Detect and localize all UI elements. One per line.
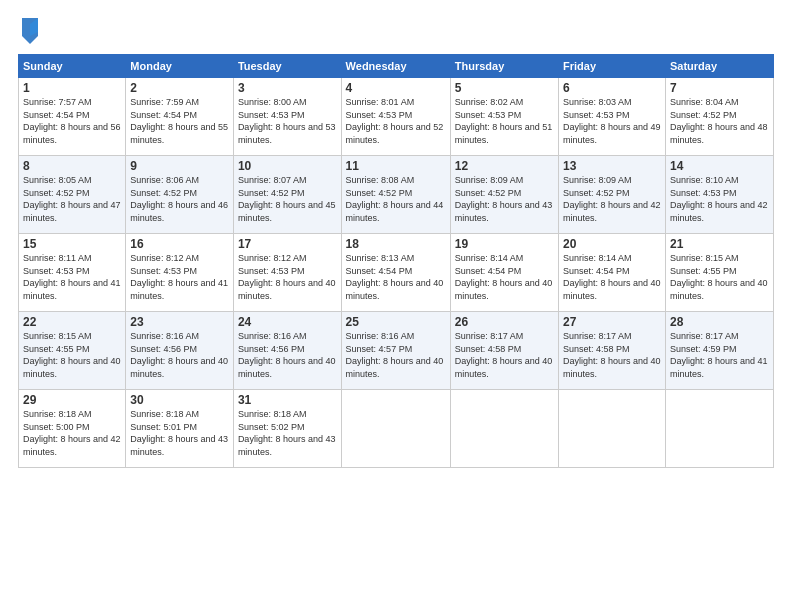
day-number: 11 <box>346 159 446 173</box>
day-number: 24 <box>238 315 337 329</box>
day-info: Sunrise: 8:12 AMSunset: 4:53 PMDaylight:… <box>238 252 337 302</box>
day-number: 9 <box>130 159 229 173</box>
day-number: 12 <box>455 159 554 173</box>
logo-icon <box>20 16 40 44</box>
calendar-page: SundayMondayTuesdayWednesdayThursdayFrid… <box>0 0 792 612</box>
calendar-cell: 14Sunrise: 8:10 AMSunset: 4:53 PMDayligh… <box>665 156 773 234</box>
calendar-cell: 30Sunrise: 8:18 AMSunset: 5:01 PMDayligh… <box>126 390 234 468</box>
day-number: 14 <box>670 159 769 173</box>
day-number: 29 <box>23 393 121 407</box>
calendar-cell: 4Sunrise: 8:01 AMSunset: 4:53 PMDaylight… <box>341 78 450 156</box>
day-info: Sunrise: 8:16 AMSunset: 4:56 PMDaylight:… <box>238 330 337 380</box>
day-info: Sunrise: 8:14 AMSunset: 4:54 PMDaylight:… <box>455 252 554 302</box>
day-number: 18 <box>346 237 446 251</box>
day-info: Sunrise: 8:06 AMSunset: 4:52 PMDaylight:… <box>130 174 229 224</box>
calendar-cell: 7Sunrise: 8:04 AMSunset: 4:52 PMDaylight… <box>665 78 773 156</box>
calendar-cell: 28Sunrise: 8:17 AMSunset: 4:59 PMDayligh… <box>665 312 773 390</box>
calendar-cell: 16Sunrise: 8:12 AMSunset: 4:53 PMDayligh… <box>126 234 234 312</box>
day-info: Sunrise: 8:10 AMSunset: 4:53 PMDaylight:… <box>670 174 769 224</box>
day-info: Sunrise: 8:17 AMSunset: 4:58 PMDaylight:… <box>563 330 661 380</box>
calendar-week-row: 8Sunrise: 8:05 AMSunset: 4:52 PMDaylight… <box>19 156 774 234</box>
calendar-cell: 24Sunrise: 8:16 AMSunset: 4:56 PMDayligh… <box>233 312 341 390</box>
day-number: 20 <box>563 237 661 251</box>
day-info: Sunrise: 8:15 AMSunset: 4:55 PMDaylight:… <box>670 252 769 302</box>
day-info: Sunrise: 8:14 AMSunset: 4:54 PMDaylight:… <box>563 252 661 302</box>
day-info: Sunrise: 8:08 AMSunset: 4:52 PMDaylight:… <box>346 174 446 224</box>
day-number: 3 <box>238 81 337 95</box>
day-number: 7 <box>670 81 769 95</box>
day-number: 16 <box>130 237 229 251</box>
day-number: 2 <box>130 81 229 95</box>
day-number: 13 <box>563 159 661 173</box>
calendar-cell: 27Sunrise: 8:17 AMSunset: 4:58 PMDayligh… <box>559 312 666 390</box>
calendar-cell <box>559 390 666 468</box>
day-number: 8 <box>23 159 121 173</box>
day-info: Sunrise: 8:07 AMSunset: 4:52 PMDaylight:… <box>238 174 337 224</box>
day-number: 26 <box>455 315 554 329</box>
calendar-cell: 29Sunrise: 8:18 AMSunset: 5:00 PMDayligh… <box>19 390 126 468</box>
calendar-cell: 10Sunrise: 8:07 AMSunset: 4:52 PMDayligh… <box>233 156 341 234</box>
weekday-header-row: SundayMondayTuesdayWednesdayThursdayFrid… <box>19 55 774 78</box>
day-info: Sunrise: 8:17 AMSunset: 4:58 PMDaylight:… <box>455 330 554 380</box>
weekday-header: Thursday <box>450 55 558 78</box>
day-info: Sunrise: 8:16 AMSunset: 4:56 PMDaylight:… <box>130 330 229 380</box>
calendar-week-row: 22Sunrise: 8:15 AMSunset: 4:55 PMDayligh… <box>19 312 774 390</box>
weekday-header: Wednesday <box>341 55 450 78</box>
calendar-cell: 9Sunrise: 8:06 AMSunset: 4:52 PMDaylight… <box>126 156 234 234</box>
weekday-header: Saturday <box>665 55 773 78</box>
day-info: Sunrise: 7:57 AMSunset: 4:54 PMDaylight:… <box>23 96 121 146</box>
calendar-week-row: 15Sunrise: 8:11 AMSunset: 4:53 PMDayligh… <box>19 234 774 312</box>
day-info: Sunrise: 8:18 AMSunset: 5:00 PMDaylight:… <box>23 408 121 458</box>
day-info: Sunrise: 8:15 AMSunset: 4:55 PMDaylight:… <box>23 330 121 380</box>
calendar-cell <box>450 390 558 468</box>
calendar-cell: 8Sunrise: 8:05 AMSunset: 4:52 PMDaylight… <box>19 156 126 234</box>
day-number: 22 <box>23 315 121 329</box>
day-info: Sunrise: 8:02 AMSunset: 4:53 PMDaylight:… <box>455 96 554 146</box>
calendar-cell: 5Sunrise: 8:02 AMSunset: 4:53 PMDaylight… <box>450 78 558 156</box>
weekday-header: Tuesday <box>233 55 341 78</box>
calendar-cell: 25Sunrise: 8:16 AMSunset: 4:57 PMDayligh… <box>341 312 450 390</box>
day-number: 10 <box>238 159 337 173</box>
calendar-cell: 31Sunrise: 8:18 AMSunset: 5:02 PMDayligh… <box>233 390 341 468</box>
day-info: Sunrise: 8:05 AMSunset: 4:52 PMDaylight:… <box>23 174 121 224</box>
calendar-week-row: 1Sunrise: 7:57 AMSunset: 4:54 PMDaylight… <box>19 78 774 156</box>
calendar-cell: 22Sunrise: 8:15 AMSunset: 4:55 PMDayligh… <box>19 312 126 390</box>
calendar-cell: 11Sunrise: 8:08 AMSunset: 4:52 PMDayligh… <box>341 156 450 234</box>
weekday-header: Monday <box>126 55 234 78</box>
calendar-cell: 3Sunrise: 8:00 AMSunset: 4:53 PMDaylight… <box>233 78 341 156</box>
calendar-cell <box>665 390 773 468</box>
weekday-header: Friday <box>559 55 666 78</box>
calendar-cell: 15Sunrise: 8:11 AMSunset: 4:53 PMDayligh… <box>19 234 126 312</box>
weekday-header: Sunday <box>19 55 126 78</box>
day-number: 6 <box>563 81 661 95</box>
day-info: Sunrise: 8:17 AMSunset: 4:59 PMDaylight:… <box>670 330 769 380</box>
day-number: 19 <box>455 237 554 251</box>
day-number: 21 <box>670 237 769 251</box>
calendar-cell: 1Sunrise: 7:57 AMSunset: 4:54 PMDaylight… <box>19 78 126 156</box>
day-info: Sunrise: 7:59 AMSunset: 4:54 PMDaylight:… <box>130 96 229 146</box>
day-info: Sunrise: 8:01 AMSunset: 4:53 PMDaylight:… <box>346 96 446 146</box>
calendar-table: SundayMondayTuesdayWednesdayThursdayFrid… <box>18 54 774 468</box>
day-info: Sunrise: 8:18 AMSunset: 5:02 PMDaylight:… <box>238 408 337 458</box>
day-info: Sunrise: 8:16 AMSunset: 4:57 PMDaylight:… <box>346 330 446 380</box>
calendar-cell: 13Sunrise: 8:09 AMSunset: 4:52 PMDayligh… <box>559 156 666 234</box>
day-info: Sunrise: 8:03 AMSunset: 4:53 PMDaylight:… <box>563 96 661 146</box>
day-number: 30 <box>130 393 229 407</box>
logo <box>18 16 40 44</box>
calendar-cell: 6Sunrise: 8:03 AMSunset: 4:53 PMDaylight… <box>559 78 666 156</box>
calendar-cell: 12Sunrise: 8:09 AMSunset: 4:52 PMDayligh… <box>450 156 558 234</box>
day-info: Sunrise: 8:18 AMSunset: 5:01 PMDaylight:… <box>130 408 229 458</box>
day-info: Sunrise: 8:09 AMSunset: 4:52 PMDaylight:… <box>563 174 661 224</box>
day-number: 28 <box>670 315 769 329</box>
day-number: 23 <box>130 315 229 329</box>
calendar-cell: 19Sunrise: 8:14 AMSunset: 4:54 PMDayligh… <box>450 234 558 312</box>
day-info: Sunrise: 8:11 AMSunset: 4:53 PMDaylight:… <box>23 252 121 302</box>
day-number: 27 <box>563 315 661 329</box>
day-number: 31 <box>238 393 337 407</box>
calendar-cell <box>341 390 450 468</box>
calendar-cell: 23Sunrise: 8:16 AMSunset: 4:56 PMDayligh… <box>126 312 234 390</box>
day-info: Sunrise: 8:12 AMSunset: 4:53 PMDaylight:… <box>130 252 229 302</box>
day-info: Sunrise: 8:04 AMSunset: 4:52 PMDaylight:… <box>670 96 769 146</box>
calendar-cell: 20Sunrise: 8:14 AMSunset: 4:54 PMDayligh… <box>559 234 666 312</box>
day-number: 1 <box>23 81 121 95</box>
